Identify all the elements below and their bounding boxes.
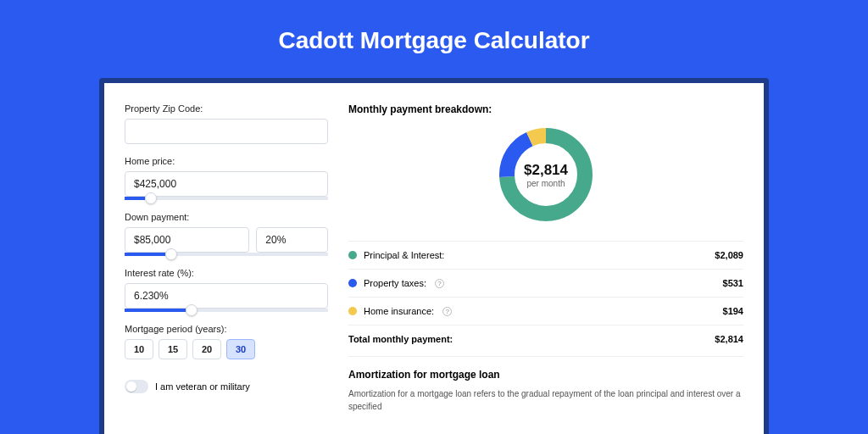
donut-wrap: $2,814 per month — [348, 124, 743, 225]
calculator-sheet: Property Zip Code: Home price: Down paym… — [104, 83, 764, 434]
period-label: Mortgage period (years): — [125, 324, 328, 334]
amortization-heading: Amortization for mortgage loan — [348, 369, 743, 381]
period-pill-10[interactable]: 10 — [125, 339, 153, 359]
down-payment-amount-input[interactable] — [125, 227, 249, 253]
legend: Principal & Interest:$2,089Property taxe… — [348, 241, 743, 353]
legend-dot-icon — [348, 279, 357, 287]
legend-value: $531 — [723, 278, 743, 288]
legend-value: $2,089 — [715, 250, 743, 260]
legend-row: Home insurance:?$194 — [348, 298, 743, 326]
form-panel: Property Zip Code: Home price: Down paym… — [125, 103, 328, 434]
legend-row: Property taxes:?$531 — [348, 270, 743, 298]
period-pillrow: 10152030 — [125, 339, 328, 359]
legend-label: Property taxes: — [364, 278, 426, 288]
legend-total-row: Total monthly payment:$2,814 — [348, 326, 743, 353]
home-price-slider[interactable] — [125, 197, 328, 200]
info-icon[interactable]: ? — [442, 307, 452, 316]
info-icon[interactable]: ? — [435, 279, 444, 288]
interest-slider[interactable] — [125, 309, 328, 312]
interest-input[interactable] — [125, 283, 328, 309]
home-price-label: Home price: — [125, 156, 328, 166]
donut-permonth: per month — [526, 179, 565, 188]
app-frame: Property Zip Code: Home price: Down paym… — [99, 78, 769, 434]
breakdown-panel: Monthly payment breakdown: $2,814 per mo… — [348, 103, 743, 434]
zip-input[interactable] — [125, 119, 328, 144]
zip-label: Property Zip Code: — [125, 103, 328, 114]
down-payment-slider[interactable] — [125, 253, 328, 256]
down-payment-pct-input[interactable] — [256, 227, 328, 253]
home-price-field: Home price: — [125, 156, 328, 200]
legend-dot-icon — [348, 307, 357, 315]
legend-dot-icon — [348, 251, 357, 259]
down-payment-field: Down payment: — [125, 212, 328, 256]
period-pill-20[interactable]: 20 — [192, 339, 221, 359]
total-label: Total monthly payment: — [348, 334, 453, 344]
breakdown-title: Monthly payment breakdown: — [348, 103, 743, 115]
zip-field: Property Zip Code: — [125, 103, 328, 144]
total-value: $2,814 — [715, 334, 743, 344]
down-payment-label: Down payment: — [125, 212, 328, 222]
period-pill-15[interactable]: 15 — [159, 339, 187, 359]
legend-value: $194 — [723, 306, 743, 316]
veteran-toggle[interactable] — [125, 380, 148, 393]
veteran-row: I am veteran or military — [125, 380, 328, 393]
veteran-label: I am veteran or military — [155, 381, 250, 392]
donut-chart: $2,814 per month — [495, 124, 597, 225]
amortization-section: Amortization for mortgage loan Amortizat… — [348, 356, 743, 413]
legend-label: Principal & Interest: — [364, 250, 444, 260]
legend-row: Principal & Interest:$2,089 — [348, 242, 743, 270]
period-field: Mortgage period (years): 10152030 — [125, 324, 328, 359]
interest-field: Interest rate (%): — [125, 268, 328, 312]
page-title: Cadott Mortgage Calculator — [278, 27, 589, 54]
legend-label: Home insurance: — [364, 306, 434, 316]
donut-total: $2,814 — [524, 162, 568, 179]
period-pill-30[interactable]: 30 — [226, 339, 255, 359]
home-price-input[interactable] — [125, 171, 328, 197]
amortization-body: Amortization for a mortgage loan refers … — [348, 387, 743, 413]
interest-label: Interest rate (%): — [125, 268, 328, 278]
